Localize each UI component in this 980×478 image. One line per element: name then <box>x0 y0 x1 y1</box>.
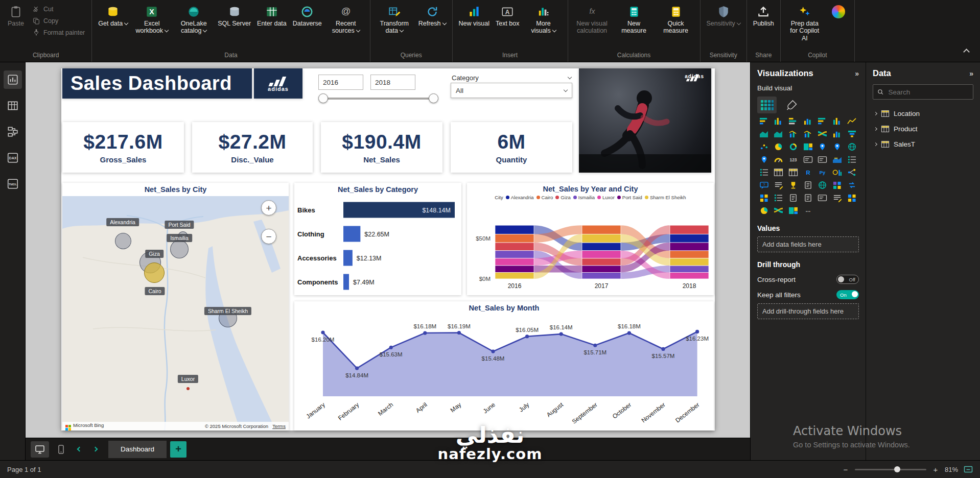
onelake-catalog-button[interactable]: OneLake catalog <box>173 2 214 36</box>
collapse-pane-icon[interactable]: » <box>969 69 973 78</box>
legend-item[interactable]: Alexandria <box>506 195 534 200</box>
paste-button[interactable]: Paste <box>4 2 28 28</box>
map-dot-luxor[interactable] <box>186 387 190 390</box>
table-view-button[interactable] <box>4 97 22 115</box>
map-zoom-in-button[interactable]: + <box>261 200 276 216</box>
clustered-column-chart-icon[interactable] <box>801 116 814 127</box>
transform-data-button[interactable]: Transform data <box>374 2 415 36</box>
kpi-icon[interactable] <box>831 154 844 165</box>
adidas-photo[interactable]: adidas <box>579 68 711 173</box>
tmdl-view-button[interactable]: TMDL <box>4 175 22 193</box>
keep-all-filters-toggle[interactable]: On <box>836 290 859 299</box>
waterfall-chart-icon[interactable] <box>831 129 844 139</box>
map-bubble-alexandria[interactable] <box>115 233 131 249</box>
data-table-salest[interactable]: SalesT <box>873 136 973 152</box>
data-search-box[interactable] <box>873 84 973 100</box>
metrics-icon[interactable] <box>786 180 800 190</box>
table-icon[interactable] <box>772 167 785 178</box>
card-icon[interactable]: 123 <box>786 154 800 165</box>
cut-button[interactable]: Cut <box>29 4 88 14</box>
text-slicer-icon[interactable] <box>772 193 785 203</box>
new-visual-calculation-button[interactable]: fxNew visual calculation <box>572 2 613 36</box>
format-visual-mode-button[interactable] <box>782 97 801 113</box>
legend-item[interactable]: Ismailia <box>573 195 595 200</box>
chevron-down-icon[interactable] <box>568 75 572 79</box>
quick-measure-button[interactable]: Quick measure <box>656 2 696 36</box>
get-data-button[interactable]: Get data <box>96 2 130 28</box>
qa-visual-icon[interactable]: ? <box>757 180 771 190</box>
map-bubble-cairo[interactable] <box>144 262 165 283</box>
legend-item[interactable]: Sharm El Sheikh <box>645 195 686 200</box>
slicer-icon[interactable] <box>845 154 858 165</box>
dataverse-button[interactable]: Dataverse <box>290 2 324 28</box>
100-stacked-column-chart-icon[interactable] <box>831 116 844 127</box>
enter-data-button[interactable]: Enter data <box>254 2 289 28</box>
smart-narrative-icon[interactable] <box>772 180 785 190</box>
report-title-banner[interactable]: Sales Dashboard <box>62 68 252 99</box>
key-influencers-icon[interactable] <box>831 167 844 178</box>
new-card-icon[interactable] <box>801 154 814 165</box>
more-options-icon[interactable]: … <box>801 205 814 216</box>
shapes-icon[interactable] <box>845 193 858 203</box>
scatter-chart-icon[interactable] <box>757 141 771 152</box>
page-tab-dashboard[interactable]: Dashboard <box>108 441 167 458</box>
new-page-button[interactable]: + <box>170 441 186 458</box>
new-slicer-icon[interactable] <box>757 167 771 178</box>
model-view-button[interactable] <box>4 123 22 141</box>
map-bubble-ismailia[interactable] <box>170 240 189 258</box>
sensitivity-button[interactable]: Sensitivity <box>704 2 743 28</box>
legend-item[interactable]: Luxor <box>597 195 615 200</box>
copilot-button[interactable] <box>826 2 851 21</box>
expand-icon[interactable] <box>874 142 877 146</box>
zoom-slider[interactable] <box>855 469 926 470</box>
custom-visual-icon[interactable] <box>786 205 800 216</box>
map-visual[interactable]: Net_Sales by City AlexandriaPort SaidIsm… <box>62 183 289 431</box>
clustered-bar-chart-icon[interactable] <box>786 116 800 127</box>
previous-page-button[interactable] <box>73 443 86 456</box>
dax-query-view-button[interactable]: DAX <box>4 149 22 167</box>
100-stacked-bar-chart-icon[interactable] <box>816 116 829 127</box>
paginated-report-icon[interactable] <box>801 180 814 190</box>
report-page[interactable]: Sales Dashboard adidas <box>61 68 715 431</box>
build-visual-mode-button[interactable] <box>757 97 777 113</box>
adidas-logo[interactable]: adidas <box>254 68 302 99</box>
recent-sources-button[interactable]: @Recent sources <box>325 2 366 36</box>
stacked-bar-chart-icon[interactable] <box>757 116 771 127</box>
prep-data-for-copilot-button[interactable]: Prep data for Copilot AI <box>784 2 825 43</box>
shape-map-icon[interactable] <box>757 154 771 165</box>
collapse-pane-icon[interactable]: » <box>855 69 859 78</box>
ribbon-chart-visual[interactable]: Net_Sales by Year and City CityAlexandri… <box>467 183 714 295</box>
next-page-button[interactable] <box>88 443 102 456</box>
image-icon[interactable] <box>816 193 829 203</box>
category-slicer[interactable]: Category All <box>451 73 572 102</box>
search-input[interactable] <box>887 88 969 97</box>
pie-chart-icon[interactable] <box>772 141 785 152</box>
legend-item[interactable]: Port Said <box>617 195 642 200</box>
report-view-button[interactable] <box>4 70 22 89</box>
category-dropdown[interactable]: All <box>451 83 572 98</box>
text-box-visual-icon[interactable] <box>831 193 844 203</box>
mobile-layout-button[interactable] <box>52 441 70 458</box>
stacked-column-chart-icon[interactable] <box>772 116 785 127</box>
more-visuals-button[interactable]: More visuals <box>523 2 564 36</box>
map-zoom-out-button[interactable]: − <box>261 229 276 244</box>
power-automate-icon[interactable] <box>845 180 858 190</box>
fit-to-page-icon[interactable] <box>964 466 973 473</box>
collapse-ribbon-button[interactable] <box>960 46 973 57</box>
python-visual-icon[interactable]: Py <box>816 167 829 178</box>
treemap-icon[interactable] <box>801 141 814 152</box>
filled-map-icon[interactable] <box>831 141 844 152</box>
new-visual-button[interactable]: New visual <box>456 2 492 28</box>
line-chart-icon[interactable] <box>845 116 858 127</box>
page-navigator-icon[interactable] <box>801 193 814 203</box>
power-apps-icon[interactable] <box>831 180 844 190</box>
zoom-out-button[interactable]: − <box>842 465 849 474</box>
area-chart-icon[interactable] <box>757 129 771 139</box>
donut-chart-icon[interactable] <box>786 141 800 152</box>
drill-through-field-well[interactable]: Add drill-through fields here <box>757 303 859 319</box>
year-to-input[interactable] <box>370 75 415 90</box>
decomposition-tree-icon[interactable] <box>845 167 858 178</box>
gauge-icon[interactable] <box>772 154 785 165</box>
zoom-in-button[interactable]: + <box>932 465 939 474</box>
r-script-visual-icon[interactable]: R <box>801 167 814 178</box>
